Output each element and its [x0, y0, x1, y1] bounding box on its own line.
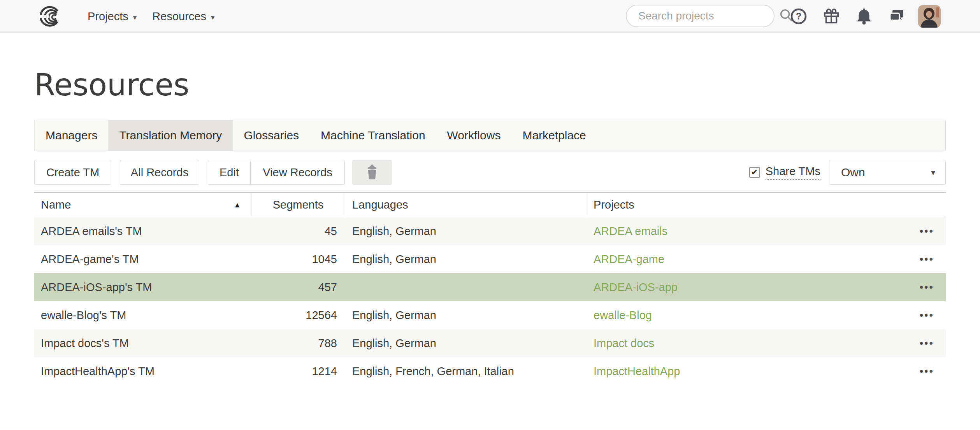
tab-translation-memory[interactable]: Translation Memory: [108, 120, 233, 151]
share-tms-checkbox[interactable]: ✔: [749, 167, 760, 178]
column-header-label: Name: [41, 198, 71, 211]
table-row[interactable]: ImpactHealthApp's TM 1214 English, Frenc…: [34, 357, 946, 385]
scope-select-value: Own: [841, 166, 865, 179]
nav-projects[interactable]: Projects ▾: [88, 10, 137, 23]
tm-languages: English, German: [345, 225, 586, 238]
column-header-label: Segments: [273, 198, 324, 211]
avatar[interactable]: [918, 5, 941, 28]
tm-projects-cell: ewalle-Blog •••: [586, 309, 946, 322]
tm-segments: 12564: [251, 309, 345, 322]
all-records-button[interactable]: All Records: [120, 160, 199, 185]
project-link[interactable]: ARDEA-iOS-app: [594, 281, 678, 294]
tm-projects-cell: ARDEA-game •••: [586, 253, 946, 266]
tm-name: ARDEA emails's TM: [34, 225, 251, 238]
tab-label: Translation Memory: [119, 129, 222, 142]
tab-label: Machine Translation: [321, 129, 425, 142]
tm-segments: 1045: [251, 253, 345, 266]
gift-icon[interactable]: [823, 8, 839, 25]
table-row-selected[interactable]: ARDEA-iOS-app's TM 457 ARDEA-iOS-app •••: [34, 273, 946, 301]
project-link[interactable]: ewalle-Blog: [594, 309, 652, 322]
table-row[interactable]: ARDEA-game's TM 1045 English, German ARD…: [34, 245, 946, 273]
tm-segments: 45: [251, 225, 345, 238]
search-input[interactable]: [638, 10, 779, 22]
edit-view-button-group: Edit View Records: [208, 160, 345, 185]
nav-resources[interactable]: Resources ▾: [152, 10, 214, 23]
tm-projects-cell: ARDEA emails •••: [586, 225, 946, 238]
tab-marketplace[interactable]: Marketplace: [511, 120, 597, 151]
row-menu-icon[interactable]: •••: [920, 254, 934, 265]
tab-label: Glossaries: [244, 129, 299, 142]
tm-languages: English, French, German, Italian: [345, 365, 586, 378]
view-records-button[interactable]: View Records: [250, 160, 344, 184]
primary-nav: Projects ▾ Resources ▾: [88, 0, 214, 33]
project-link[interactable]: ARDEA emails: [594, 225, 667, 238]
column-header-name[interactable]: Name ▲: [34, 193, 251, 217]
tm-name: ImpactHealthApp's TM: [34, 365, 251, 378]
resources-page: Resources Managers Translation Memory Gl…: [0, 68, 980, 385]
topbar: Projects ▾ Resources ▾ ?: [0, 0, 980, 33]
chat-icon[interactable]: [889, 8, 905, 25]
scope-select[interactable]: Own ▼: [829, 160, 946, 185]
row-menu-icon[interactable]: •••: [920, 338, 934, 349]
project-link[interactable]: ARDEA-game: [594, 253, 664, 266]
toolbar-right-group: ✔ Share TMs Own ▼: [749, 160, 946, 185]
tab-label: Marketplace: [522, 129, 586, 142]
tm-segments: 1214: [251, 365, 345, 378]
tm-projects-cell: ImpactHealthApp •••: [586, 365, 946, 378]
table-header-row: Name ▲ Segments Languages Projects: [34, 193, 946, 217]
tm-languages: English, German: [345, 253, 586, 266]
tm-toolbar: Create TM All Records Edit View Records …: [34, 160, 946, 185]
row-menu-icon[interactable]: •••: [920, 226, 934, 237]
tm-languages: English, German: [345, 309, 586, 322]
table-row[interactable]: Impact docs's TM 788 English, German Imp…: [34, 329, 946, 357]
tm-projects-cell: ARDEA-iOS-app •••: [586, 281, 946, 294]
tab-workflows[interactable]: Workflows: [436, 120, 512, 151]
tab-label: Managers: [46, 129, 97, 142]
trash-icon: [365, 163, 379, 181]
nav-resources-label: Resources: [152, 10, 206, 23]
sort-ascending-icon: ▲: [234, 201, 241, 209]
column-header-projects[interactable]: Projects: [586, 193, 946, 217]
search-projects-box: [626, 5, 775, 27]
tab-label: Workflows: [447, 129, 501, 142]
tab-managers[interactable]: Managers: [35, 120, 108, 151]
chevron-down-icon: ▾: [211, 12, 215, 21]
table-row[interactable]: ARDEA emails's TM 45 English, German ARD…: [34, 217, 946, 245]
tm-name: ARDEA-iOS-app's TM: [34, 281, 251, 294]
help-icon[interactable]: ?: [790, 8, 807, 25]
resources-tabstrip: Managers Translation Memory Glossaries M…: [34, 120, 946, 151]
share-tms-label[interactable]: Share TMs: [766, 165, 820, 180]
edit-button[interactable]: Edit: [208, 160, 250, 184]
page-title: Resources: [34, 68, 946, 102]
delete-tm-button[interactable]: [352, 160, 392, 185]
tab-machine-translation[interactable]: Machine Translation: [310, 120, 436, 151]
app-logo-icon[interactable]: [38, 4, 63, 29]
tab-glossaries[interactable]: Glossaries: [233, 120, 310, 151]
svg-text:?: ?: [796, 11, 802, 21]
row-menu-icon[interactable]: •••: [920, 366, 934, 377]
project-link[interactable]: Impact docs: [594, 337, 654, 350]
tm-name: ewalle-Blog's TM: [34, 309, 251, 322]
notifications-icon[interactable]: [856, 8, 872, 25]
tm-projects-cell: Impact docs •••: [586, 337, 946, 350]
tm-languages: English, German: [345, 337, 586, 350]
row-menu-icon[interactable]: •••: [920, 310, 934, 321]
column-header-label: Languages: [352, 198, 408, 211]
row-menu-icon[interactable]: •••: [920, 282, 934, 293]
create-tm-button[interactable]: Create TM: [34, 160, 111, 185]
tm-segments: 457: [251, 281, 345, 294]
table-row[interactable]: ewalle-Blog's TM 12564 English, German e…: [34, 301, 946, 329]
column-header-label: Projects: [594, 198, 634, 211]
chevron-down-icon: ▾: [133, 12, 137, 21]
select-arrow-icon: ▼: [929, 168, 937, 177]
column-header-segments[interactable]: Segments: [251, 193, 345, 217]
project-link[interactable]: ImpactHealthApp: [594, 365, 680, 378]
nav-projects-label: Projects: [88, 10, 128, 23]
column-header-languages[interactable]: Languages: [345, 193, 586, 217]
tm-name: ARDEA-game's TM: [34, 253, 251, 266]
tm-segments: 788: [251, 337, 345, 350]
tm-name: Impact docs's TM: [34, 337, 251, 350]
tm-table: Name ▲ Segments Languages Projects ARDEA…: [34, 192, 946, 385]
checkmark-icon: ✔: [751, 168, 758, 177]
